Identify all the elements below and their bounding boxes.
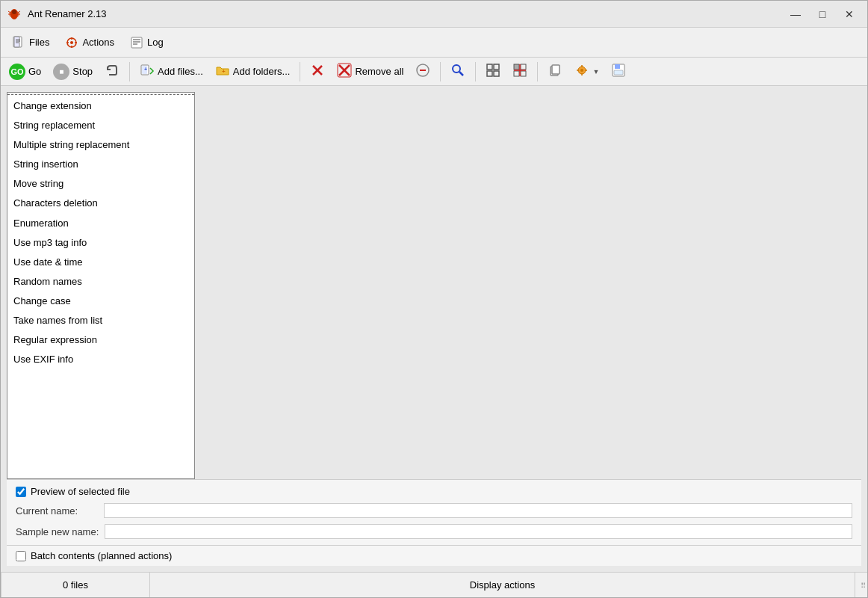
action-item-take-names-from-list[interactable]: Take names from list bbox=[7, 311, 194, 330]
menu-log[interactable]: Log bbox=[122, 31, 171, 55]
action-item-use-exif-info[interactable]: Use EXIF info bbox=[7, 350, 194, 369]
menu-bar: Files Actions bbox=[1, 28, 867, 58]
stop-icon: ■ bbox=[53, 64, 69, 80]
svg-rect-46 bbox=[552, 65, 559, 74]
view2-icon bbox=[512, 63, 527, 80]
view1-icon bbox=[486, 63, 500, 80]
files-menu-label: Files bbox=[29, 37, 49, 48]
svg-point-13 bbox=[70, 41, 73, 44]
window-controls: — □ ✕ bbox=[784, 5, 861, 23]
save-icon bbox=[611, 63, 626, 80]
batch-checkbox[interactable] bbox=[16, 551, 26, 561]
view2-button[interactable] bbox=[507, 61, 533, 82]
actions-menu-label: Actions bbox=[82, 37, 114, 48]
batch-checkbox-label: Batch contents (planned actions) bbox=[31, 550, 172, 561]
remove-selected-icon bbox=[310, 63, 325, 80]
close-button[interactable]: ✕ bbox=[837, 5, 861, 23]
svg-rect-18 bbox=[131, 37, 142, 48]
actions-menu-icon bbox=[64, 35, 79, 50]
status-files-count: 0 files bbox=[1, 573, 150, 597]
add-folders-icon: + bbox=[215, 63, 230, 80]
menu-files[interactable]: Files bbox=[4, 31, 57, 55]
status-bar: 0 files Display actions ⠿ bbox=[1, 572, 867, 597]
action-item-change-extension[interactable]: Change extension bbox=[7, 94, 194, 116]
action-item-regular-expression[interactable]: Regular expression bbox=[7, 330, 194, 350]
sample-new-name-row: Sample new name: bbox=[16, 523, 852, 540]
remove-all-icon bbox=[337, 63, 352, 80]
svg-point-48 bbox=[580, 69, 583, 72]
action-item-use-date-time[interactable]: Use date & time bbox=[7, 253, 194, 272]
svg-rect-39 bbox=[514, 64, 519, 70]
action-item-move-string[interactable]: Move string bbox=[7, 174, 194, 194]
title-bar: Ant Renamer 2.13 — □ ✕ bbox=[1, 1, 867, 28]
svg-rect-42 bbox=[521, 71, 526, 76]
stop-label: Stop bbox=[72, 66, 93, 77]
current-name-value bbox=[104, 503, 852, 518]
remove-duplicates-icon bbox=[415, 63, 430, 80]
log-menu-label: Log bbox=[147, 37, 164, 48]
main-window: Ant Renamer 2.13 — □ ✕ Files bbox=[0, 0, 868, 598]
toolbar-sep-3 bbox=[440, 62, 441, 81]
actions-list: Change extension String replacement Mult… bbox=[7, 93, 194, 478]
go-icon: GO bbox=[9, 64, 25, 80]
current-name-row: Current name: bbox=[16, 502, 852, 520]
action-item-enumeration[interactable]: Enumeration bbox=[7, 214, 194, 233]
undo-icon bbox=[105, 63, 120, 80]
go-button[interactable]: GO Go bbox=[4, 61, 46, 82]
go-label: Go bbox=[28, 66, 41, 77]
content-area: Change extension String replacement Mult… bbox=[7, 92, 861, 479]
preview-checkbox-row: Preview of selected file bbox=[16, 484, 852, 499]
toolbar-sep-4 bbox=[475, 62, 476, 81]
remove-selected-button[interactable] bbox=[305, 61, 330, 82]
right-panel bbox=[201, 92, 861, 479]
action-item-multiple-string-replacement[interactable]: Multiple string replacement bbox=[7, 135, 194, 155]
add-files-button[interactable]: + Add files... bbox=[134, 61, 208, 82]
toolbar-sep-1 bbox=[129, 62, 130, 81]
minimize-button[interactable]: — bbox=[784, 5, 807, 23]
preview-button[interactable] bbox=[445, 61, 471, 82]
add-files-icon: + bbox=[140, 63, 155, 80]
sample-new-name-label: Sample new name: bbox=[16, 526, 99, 537]
batch-checkbox-row: Batch contents (planned actions) bbox=[16, 550, 852, 561]
svg-rect-36 bbox=[494, 64, 499, 70]
preview-checkbox-label: Preview of selected file bbox=[31, 486, 130, 497]
svg-rect-54 bbox=[615, 64, 620, 69]
view1-button[interactable] bbox=[480, 61, 506, 82]
toolbar: GO Go ■ Stop bbox=[1, 58, 867, 86]
current-name-label: Current name: bbox=[16, 505, 98, 517]
maximize-button[interactable]: □ bbox=[810, 5, 834, 23]
app-icon bbox=[7, 7, 22, 22]
stop-button[interactable]: ■ Stop bbox=[48, 61, 98, 82]
menu-actions[interactable]: Actions bbox=[57, 31, 122, 55]
remove-all-button[interactable]: Remove all bbox=[332, 61, 409, 82]
undo-button[interactable] bbox=[99, 61, 125, 82]
svg-rect-40 bbox=[521, 64, 526, 70]
toolbar-sep-2 bbox=[300, 62, 300, 81]
svg-text:+: + bbox=[222, 68, 226, 75]
svg-point-2 bbox=[12, 10, 16, 14]
action-item-string-insertion[interactable]: String insertion bbox=[7, 155, 194, 174]
preview-section: Preview of selected file Current name: S… bbox=[7, 479, 861, 545]
resize-handle[interactable]: ⠿ bbox=[855, 579, 867, 591]
copy-button[interactable] bbox=[542, 61, 568, 82]
action-item-string-replacement[interactable]: String replacement bbox=[7, 116, 194, 135]
action-item-use-mp3-tag-info[interactable]: Use mp3 tag info bbox=[7, 233, 194, 253]
action-item-characters-deletion[interactable]: Characters deletion bbox=[7, 194, 194, 213]
options-button[interactable]: ▼ bbox=[569, 61, 604, 82]
svg-rect-35 bbox=[487, 64, 492, 70]
action-item-random-names[interactable]: Random names bbox=[7, 272, 194, 292]
files-menu-icon bbox=[11, 35, 26, 50]
action-item-change-case[interactable]: Change case bbox=[7, 292, 194, 311]
svg-rect-37 bbox=[487, 71, 492, 76]
options-dropdown-icon: ▼ bbox=[592, 68, 599, 75]
add-folders-button[interactable]: + Add folders... bbox=[210, 61, 296, 82]
save-button[interactable] bbox=[606, 61, 631, 82]
window-title: Ant Renamer 2.13 bbox=[28, 8, 784, 19]
svg-rect-41 bbox=[514, 71, 519, 76]
preview-checkbox[interactable] bbox=[16, 487, 26, 497]
add-folders-label: Add folders... bbox=[233, 66, 291, 77]
svg-point-33 bbox=[453, 65, 460, 73]
batch-section: Batch contents (planned actions) bbox=[7, 545, 861, 566]
status-display-actions[interactable]: Display actions bbox=[150, 573, 855, 597]
remove-duplicates-button[interactable] bbox=[410, 61, 435, 82]
